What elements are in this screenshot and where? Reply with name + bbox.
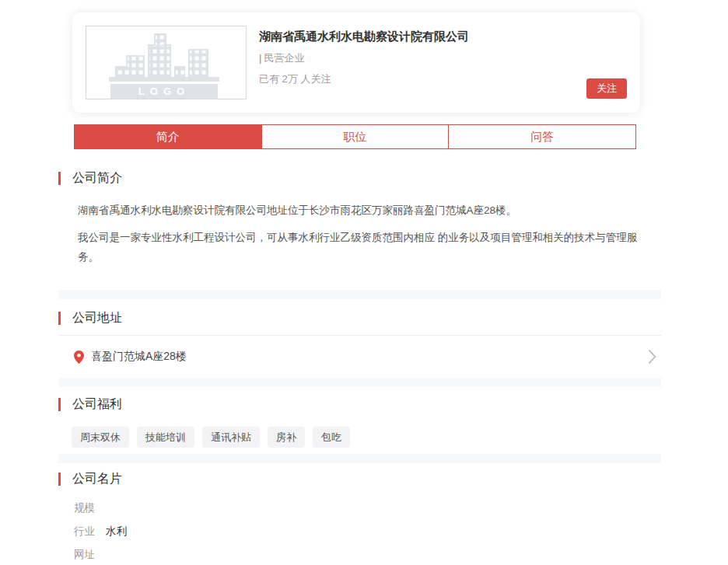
company-logo-box: LOGO — [86, 26, 247, 99]
tab-qa[interactable]: 问答 — [448, 124, 636, 149]
company-header-card: LOGO 湖南省禹通水利水电勘察设计院有限公司 |民营企业 已有 2万 人关注 … — [72, 12, 640, 113]
follow-button[interactable]: 关注 — [586, 78, 627, 99]
profile-label: 规模 — [74, 501, 95, 515]
section-divider-band — [58, 290, 661, 299]
company-profile-page: LOGO 湖南省禹通水利水电勘察设计院有限公司 |民营企业 已有 2万 人关注 … — [0, 0, 728, 565]
tab-bar: 简介 职位 问答 — [74, 124, 636, 149]
company-type-label: 民营企业 — [264, 52, 304, 64]
section-divider-band — [58, 454, 661, 463]
tab-intro[interactable]: 简介 — [74, 124, 262, 149]
location-pin-icon — [74, 351, 84, 364]
benefit-tag-row: 周末双休 技能培训 通讯补贴 房补 包吃 — [72, 427, 661, 448]
section-header-benefits: 公司福利 — [58, 396, 661, 413]
benefit-tag: 包吃 — [313, 427, 350, 448]
address-text: 喜盈门范城A座28楼 — [91, 350, 187, 364]
section-accent-bar — [58, 312, 61, 325]
benefit-tag: 周末双休 — [72, 427, 129, 448]
section-accent-bar — [58, 398, 61, 411]
content-sections: 公司简介 湖南省禹通水利水电勘察设计院有限公司地址位于长沙市雨花区万家丽路喜盈门… — [58, 170, 661, 565]
section-title-benefits: 公司福利 — [72, 396, 122, 413]
tab-jobs[interactable]: 职位 — [261, 124, 450, 149]
section-header-address: 公司地址 — [58, 310, 661, 326]
section-accent-bar — [58, 473, 61, 486]
section-header-profile: 公司名片 — [58, 471, 661, 487]
company-followers: 已有 2万 人关注 — [259, 72, 469, 86]
company-name: 湖南省禹通水利水电勘察设计院有限公司 — [259, 30, 469, 44]
chevron-right-icon — [648, 349, 656, 364]
profile-label: 行业 — [74, 525, 95, 539]
section-title-profile: 公司名片 — [72, 471, 122, 487]
company-type: |民营企业 — [259, 51, 469, 65]
type-divider: | — [259, 52, 261, 64]
address-row[interactable]: 喜盈门范城A座28楼 — [58, 336, 661, 378]
section-title-address: 公司地址 — [72, 310, 122, 326]
benefit-tag: 通讯补贴 — [202, 427, 260, 448]
profile-label: 网址 — [74, 548, 95, 562]
intro-paragraph: 我公司是一家专业性水利工程设计公司，可从事水利行业乙级资质范围内相应 的业务以及… — [78, 228, 642, 267]
profile-value: 水利 — [106, 525, 127, 539]
profile-row-website: 网址 — [74, 548, 661, 562]
section-header-intro: 公司简介 — [58, 170, 661, 187]
benefit-tag: 技能培训 — [137, 427, 194, 448]
logo-placeholder-text: LOGO — [138, 85, 189, 97]
benefit-tag: 房补 — [268, 427, 305, 448]
intro-paragraph: 湖南省禹通水利水电勘察设计院有限公司地址位于长沙市雨花区万家丽路喜盈门范城A座2… — [78, 201, 642, 220]
buildings-logo-icon: LOGO — [103, 27, 230, 99]
section-accent-bar — [58, 172, 61, 185]
section-title-intro: 公司简介 — [72, 170, 122, 187]
profile-row-industry: 行业 水利 — [74, 525, 661, 539]
section-divider-band — [58, 378, 661, 387]
profile-row-scale: 规模 — [74, 501, 661, 515]
company-info: 湖南省禹通水利水电勘察设计院有限公司 |民营企业 已有 2万 人关注 — [259, 26, 469, 99]
